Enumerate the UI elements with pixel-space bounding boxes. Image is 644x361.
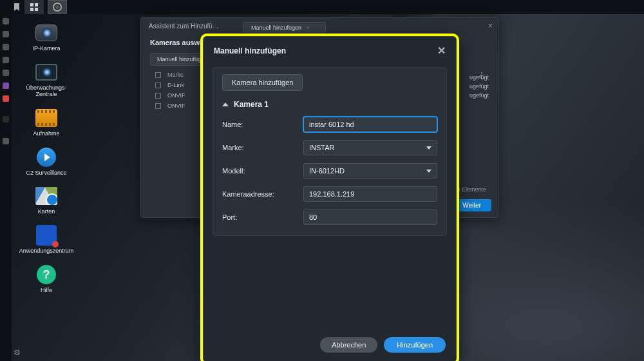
desktop-icon-help[interactable]: ? Hilfe — [18, 261, 75, 297]
camera-section-header[interactable]: Kamera 1 — [222, 100, 437, 109]
left-activity-strip — [0, 14, 12, 361]
settings-gear-icon[interactable]: ⚙ — [14, 348, 21, 357]
strip-icon[interactable] — [3, 18, 9, 24]
desktop-icon-label: Hilfe — [41, 288, 52, 294]
desktop-icon-maps[interactable]: Karten — [18, 182, 75, 218]
desktop-icon-recording[interactable]: Aufnahme — [18, 104, 75, 140]
desktop-icon-ip-camera[interactable]: IP-Kamera — [18, 19, 75, 55]
cancel-button[interactable]: Abbrechen — [320, 337, 377, 353]
dialog-title: Manuell hinzufügen — [214, 46, 286, 55]
wizard-tab[interactable]: Manuell hinzufügen × — [243, 22, 326, 33]
model-select[interactable]: IN-6012HD — [303, 163, 437, 179]
strip-icon[interactable] — [3, 83, 9, 89]
model-label: Modell: — [222, 167, 303, 175]
chevron-up-icon — [222, 102, 229, 106]
desktop-icon-label: Karten — [38, 209, 55, 215]
wizard-element-count: 3 Elemente — [457, 186, 486, 193]
address-label: Kameraadresse: — [222, 190, 303, 198]
camera-address-input[interactable] — [303, 186, 437, 202]
desktop-icon-label: Aufnahme — [33, 131, 59, 137]
camera-port-input[interactable] — [303, 210, 437, 225]
manual-add-dialog: Manuell hinzufügen ✕ Kamera hinzufügen K… — [203, 36, 457, 361]
chevron-down-icon — [426, 146, 431, 150]
chevron-down-icon — [426, 170, 431, 173]
dialog-close-icon[interactable]: ✕ — [437, 44, 446, 57]
wizard-next-button[interactable]: Weiter — [452, 199, 491, 211]
port-label: Port: — [222, 213, 303, 221]
add-camera-button[interactable]: Kamera hinzufügen — [222, 74, 303, 91]
strip-icon[interactable] — [3, 57, 9, 63]
strip-icon[interactable] — [3, 138, 9, 144]
desktop-icon-c2-surveillance[interactable]: C2 Surveillance — [18, 144, 75, 179]
desktop-icons: IP-Kamera Überwachungs- Zentrale Aufnahm… — [18, 19, 75, 297]
apps-launcher-icon[interactable] — [24, 0, 44, 14]
camera-name-input[interactable] — [303, 117, 437, 132]
camera-app-icon[interactable] — [48, 0, 67, 14]
name-label: Name: — [222, 121, 303, 128]
desktop-icon-app-center[interactable]: Anwendungszentrum — [18, 222, 75, 257]
wizard-status-list: ugefügt ugefügt ugefügt — [469, 73, 489, 100]
desktop-background: IP-Kamera Überwachungs- Zentrale Aufnahm… — [12, 14, 644, 361]
wizard-close-icon[interactable]: × — [488, 21, 493, 30]
system-taskbar — [0, 0, 644, 14]
desktop-icon-label: Anwendungszentrum — [19, 248, 74, 255]
strip-icon[interactable] — [3, 44, 9, 50]
strip-icon[interactable] — [3, 116, 9, 122]
desktop-icon-label: Überwachungs- Zentrale — [26, 85, 66, 98]
desktop-icon-label: C2 Surveillance — [26, 170, 66, 177]
bookmark-icon[interactable] — [9, 0, 24, 14]
desktop-icon-label: IP-Kamera — [32, 46, 60, 52]
add-button[interactable]: Hinzufügen — [384, 337, 446, 353]
desktop-icon-surveillance-center[interactable]: Überwachungs- Zentrale — [18, 59, 75, 101]
brand-label: Marke: — [222, 144, 303, 151]
brand-select[interactable]: INSTAR — [303, 140, 437, 155]
strip-icon[interactable] — [3, 70, 9, 76]
strip-icon[interactable] — [3, 95, 9, 102]
strip-icon[interactable] — [3, 31, 9, 37]
